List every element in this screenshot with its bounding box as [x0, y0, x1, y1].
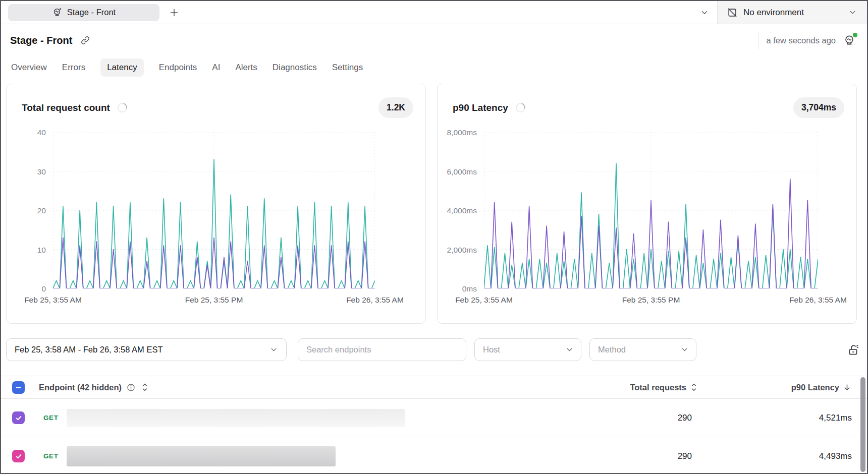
- tab-endpoints[interactable]: Endpoints: [159, 58, 197, 77]
- charts-row: Total request count 1.2K 010203040 Feb 2…: [1, 83, 867, 324]
- endpoint-redacted: [67, 446, 336, 466]
- endpoint-column-header[interactable]: Endpoint (42 hidden): [39, 382, 149, 392]
- total-count-badge: 1.2K: [378, 97, 413, 118]
- request-count-chart[interactable]: 010203040 Feb 25, 3:55 AMFeb 25, 3:55 PM…: [7, 132, 425, 307]
- chevron-down-icon: [848, 8, 857, 17]
- p90-latency-column-label: p90 Latency: [791, 383, 839, 392]
- divider: [758, 32, 759, 49]
- tab-latency[interactable]: Latency: [100, 58, 144, 77]
- tab-ai[interactable]: AI: [212, 58, 220, 77]
- unlock-button[interactable]: [847, 343, 860, 357]
- crystal-ball-icon: [52, 7, 63, 18]
- total-requests-value: 290: [678, 413, 692, 423]
- y-axis-labels: 010203040: [7, 132, 53, 288]
- total-requests-column-label: Total requests: [630, 383, 686, 392]
- tabs-dropdown-button[interactable]: [700, 8, 709, 17]
- x-axis-labels: Feb 25, 3:55 AMFeb 25, 3:55 PMFeb 26, 3:…: [53, 291, 375, 307]
- section-tabs: Overview Errors Latency Endpoints AI Ale…: [1, 56, 867, 83]
- chevron-down-icon: [700, 8, 709, 17]
- y-axis-labels: 0ms2,000ms4,000ms6,000ms8,000ms: [438, 132, 484, 288]
- service-tab-label: Stage - Front: [67, 8, 116, 17]
- app-window: Stage - Front No environment Stage - Fro…: [0, 0, 868, 474]
- tab-errors[interactable]: Errors: [62, 58, 85, 77]
- refresh-area: a few seconds ago: [758, 32, 856, 49]
- method-select-value: Method: [598, 345, 626, 354]
- status-dot: [853, 33, 857, 37]
- search-endpoints-input[interactable]: [298, 338, 466, 361]
- x-axis-labels: Feb 25, 3:55 AMFeb 25, 3:55 PMFeb 26, 3:…: [484, 291, 818, 307]
- page-title: Stage - Front: [10, 35, 72, 46]
- table-header: Endpoint (42 hidden) Total requests: [1, 376, 867, 399]
- top-bar: Stage - Front No environment: [1, 1, 867, 24]
- endpoint-column-label: Endpoint (42 hidden): [39, 383, 122, 392]
- link-icon: [80, 35, 90, 45]
- chart-plot: [484, 132, 818, 288]
- method-select[interactable]: Method: [589, 338, 696, 361]
- last-updated-text: a few seconds ago: [766, 36, 836, 45]
- total-request-count-card: Total request count 1.2K 010203040 Feb 2…: [6, 84, 426, 324]
- refresh-button[interactable]: [843, 34, 856, 47]
- host-select[interactable]: Host: [474, 338, 581, 361]
- sort-icon: [689, 382, 698, 392]
- sort-icon[interactable]: [140, 382, 149, 392]
- tab-overview[interactable]: Overview: [11, 58, 47, 77]
- filter-row: Feb 25, 3:58 AM - Feb 26, 3:58 AM EST Ho…: [1, 338, 867, 361]
- p90-latency-badge: 3,704ms: [793, 97, 844, 118]
- p90-latency-column-header[interactable]: p90 Latency: [791, 383, 852, 392]
- date-range-select[interactable]: Feb 25, 3:58 AM - Feb 26, 3:58 AM EST: [6, 338, 287, 361]
- tab-settings[interactable]: Settings: [332, 58, 363, 77]
- chart-plot: [53, 132, 375, 288]
- host-select-value: Host: [483, 345, 500, 354]
- arrow-down-icon: [842, 383, 852, 392]
- loading-spinner: [514, 101, 527, 114]
- chevron-down-icon: [269, 345, 278, 354]
- chevron-down-icon: [680, 345, 689, 354]
- new-tab-button[interactable]: [169, 7, 180, 18]
- method-badge: GET: [43, 452, 67, 460]
- loading-spinner: [116, 101, 129, 114]
- endpoint-row[interactable]: GET 290 4,493ms: [1, 437, 867, 474]
- vertical-scrollbar[interactable]: [860, 377, 865, 472]
- date-range-value: Feb 25, 3:58 AM - Feb 26, 3:58 AM EST: [15, 345, 163, 354]
- environment-selector[interactable]: No environment: [717, 1, 867, 24]
- row-checkbox[interactable]: [12, 411, 25, 424]
- method-badge: GET: [43, 414, 67, 422]
- info-icon[interactable]: [126, 383, 136, 392]
- p90-latency-value: 4,493ms: [819, 451, 852, 461]
- tab-diagnostics[interactable]: Diagnostics: [273, 58, 317, 77]
- chart-title: Total request count: [22, 102, 110, 113]
- unlock-icon: [847, 343, 860, 357]
- p90-latency-value: 4,521ms: [819, 413, 852, 423]
- tab-alerts[interactable]: Alerts: [235, 58, 257, 77]
- endpoints-table: Endpoint (42 hidden) Total requests: [1, 376, 867, 474]
- select-all-checkbox[interactable]: [12, 381, 25, 394]
- endpoint-row[interactable]: GET 290 4,521ms: [1, 399, 867, 437]
- page-header: Stage - Front a few seconds ago: [1, 24, 867, 56]
- service-tab[interactable]: Stage - Front: [8, 4, 159, 21]
- copy-link-button[interactable]: [80, 35, 90, 45]
- total-requests-column-header[interactable]: Total requests: [630, 382, 698, 392]
- endpoint-redacted: [67, 409, 405, 427]
- p90-latency-chart[interactable]: 0ms2,000ms4,000ms6,000ms8,000ms Feb 25, …: [438, 132, 856, 307]
- p90-latency-card: p90 Latency 3,704ms 0ms2,000ms4,000ms6,0…: [437, 84, 857, 324]
- chevron-down-icon: [565, 345, 574, 354]
- row-checkbox[interactable]: [12, 450, 25, 462]
- environment-label: No environment: [743, 8, 843, 18]
- no-environment-icon: [727, 7, 738, 18]
- total-requests-value: 290: [678, 451, 692, 461]
- chart-title: p90 Latency: [453, 102, 508, 113]
